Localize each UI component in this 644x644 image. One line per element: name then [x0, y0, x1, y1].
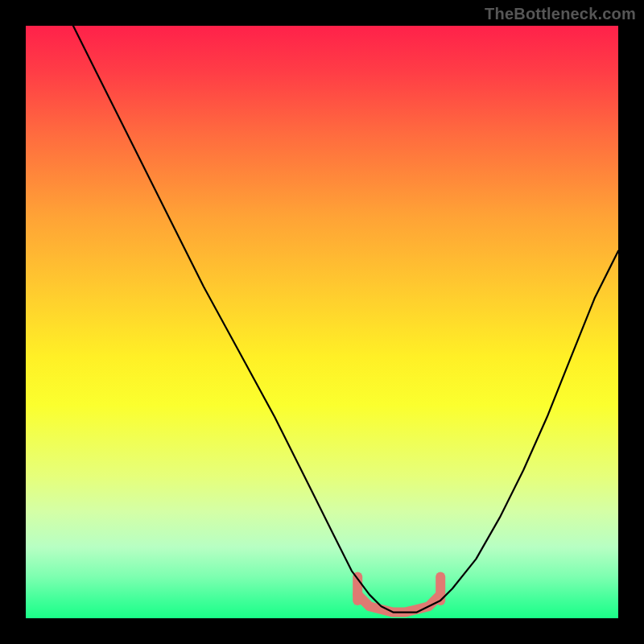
chart-svg: [26, 26, 618, 618]
bottleneck-curve: [73, 26, 618, 613]
plot-area: [26, 26, 618, 618]
chart-container: TheBottleneck.com: [0, 0, 644, 644]
watermark-text: TheBottleneck.com: [485, 5, 636, 23]
